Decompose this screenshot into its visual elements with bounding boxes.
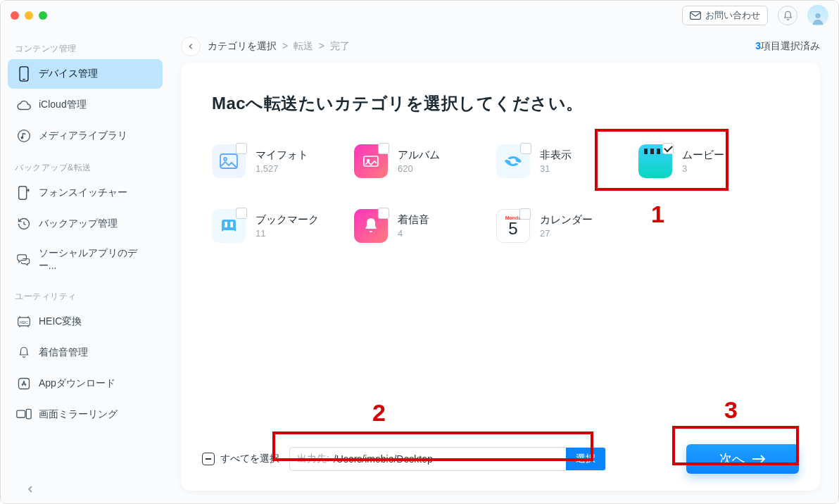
checkbox-icon[interactable] <box>520 143 531 154</box>
category-label: 着信音 <box>398 213 429 227</box>
sidebar-section-utility: ユーティリティ <box>1 281 170 307</box>
category-label: ムービー <box>682 149 724 162</box>
phone-icon <box>16 66 32 82</box>
window-controls <box>11 11 47 20</box>
mail-icon <box>690 11 701 20</box>
destination-label: 出力先: <box>290 453 334 465</box>
choose-destination-button[interactable]: 選択 <box>566 448 605 470</box>
next-label: 次へ <box>719 451 745 467</box>
category-count: 3 <box>682 163 724 174</box>
contact-button[interactable]: お問い合わせ <box>682 6 768 25</box>
sidebar-collapse-button[interactable] <box>26 485 34 493</box>
music-note-icon <box>16 128 32 144</box>
svg-rect-6 <box>19 187 27 199</box>
minimize-window-icon[interactable] <box>25 11 33 20</box>
checkbox-icon[interactable] <box>236 208 247 219</box>
sidebar-item-label: デバイス管理 <box>39 68 98 80</box>
category-label: 非表示 <box>540 149 572 162</box>
calendar-icon: Monda 5 <box>496 209 530 243</box>
sidebar-item-heic[interactable]: HEIC HEIC変換 <box>8 307 163 336</box>
page-title: Macへ転送たいカテゴリを選択してください。 <box>212 92 789 115</box>
eye-off-icon <box>496 144 530 178</box>
svg-point-4 <box>18 130 30 142</box>
movie-icon <box>638 144 672 178</box>
category-count: 4 <box>398 228 429 239</box>
select-all-label: すべてを選択 <box>220 453 279 465</box>
svg-text:HEIC: HEIC <box>20 320 28 325</box>
checkbox-icon[interactable] <box>378 143 389 154</box>
checkbox-checked-icon[interactable] <box>662 143 674 154</box>
category-count: 620 <box>398 163 440 174</box>
breadcrumb-row: カテゴリを選択 > 転送 > 完了 3項目選択済み <box>170 30 838 63</box>
category-count: 31 <box>540 163 572 174</box>
screens-icon <box>16 407 32 422</box>
category-album[interactable]: アルバム620 <box>354 144 495 178</box>
arrow-right-icon <box>752 455 766 463</box>
checkbox-icon[interactable] <box>378 208 389 219</box>
breadcrumb-step2: 転送 <box>294 40 313 51</box>
appstore-icon <box>16 376 32 391</box>
bookmark-icon <box>212 209 246 243</box>
svg-rect-0 <box>690 12 701 20</box>
checkbox-icon[interactable] <box>236 143 247 154</box>
sidebar-item-phoneswitcher[interactable]: フォンスイッチャー <box>8 178 163 208</box>
cloud-icon <box>16 97 32 113</box>
category-movie[interactable]: ムービー3 <box>638 144 779 178</box>
sidebar-item-appdownload[interactable]: Appダウンロード <box>8 369 163 398</box>
category-label: カレンダー <box>540 213 593 227</box>
sidebar-item-ringtone[interactable]: 着信音管理 <box>8 338 163 367</box>
category-count: 11 <box>256 228 319 239</box>
breadcrumb-step1: カテゴリを選択 <box>208 40 277 51</box>
maximize-window-icon[interactable] <box>39 11 47 20</box>
sidebar-item-mirror[interactable]: 画面ミラーリング <box>8 400 163 429</box>
category-label: アルバム <box>398 149 440 162</box>
svg-rect-10 <box>17 410 25 417</box>
bell-icon <box>354 209 388 243</box>
category-bookmark[interactable]: ブックマーク11 <box>212 209 353 243</box>
sidebar-item-label: フォンスイッチャー <box>39 187 127 199</box>
sidebar-item-media[interactable]: メディアライブラリ <box>8 121 163 151</box>
sidebar-item-icloud[interactable]: iCloud管理 <box>8 90 163 120</box>
checkbox-icon[interactable] <box>519 208 531 220</box>
sidebar-item-label: 着信音管理 <box>39 346 88 359</box>
selected-count-suffix: 項目選択済み <box>761 40 820 51</box>
chevron-left-icon <box>187 43 194 50</box>
sidebar-item-label: HEIC変換 <box>39 315 82 328</box>
notifications-button[interactable] <box>778 6 797 25</box>
sidebar-item-social[interactable]: ソーシャルアプリのデー... <box>8 240 163 279</box>
sidebar-item-device[interactable]: デバイス管理 <box>8 59 163 89</box>
album-icon <box>354 144 388 178</box>
category-photo[interactable]: マイフォト1,527 <box>212 144 353 178</box>
sidebar-section-backup: バックアップ&転送 <box>1 152 170 178</box>
sidebar-item-label: iCloud管理 <box>39 99 87 111</box>
sidebar-item-label: ソーシャルアプリのデー... <box>39 247 154 272</box>
category-calendar[interactable]: Monda 5 カレンダー27 <box>496 209 637 243</box>
bottom-bar: すべてを選択 出力先: 選択 次へ <box>202 444 799 474</box>
svg-rect-11 <box>26 409 31 419</box>
category-label: ブックマーク <box>256 213 319 227</box>
phone-switch-icon <box>16 185 32 201</box>
checkbox-indeterminate-icon <box>202 453 215 465</box>
content-panel: Macへ転送たいカテゴリを選択してください。 マイフォト1,527 アルバム62… <box>181 63 820 491</box>
back-button[interactable] <box>181 37 201 56</box>
sidebar-section-content: コンテンツ管理 <box>1 33 170 59</box>
breadcrumb: カテゴリを選択 > 転送 > 完了 <box>208 40 350 53</box>
sidebar-item-label: メディアライブラリ <box>39 130 127 142</box>
next-button[interactable]: 次へ <box>686 444 799 474</box>
svg-point-1 <box>815 13 820 18</box>
category-count: 27 <box>540 228 593 239</box>
category-hidden[interactable]: 非表示31 <box>496 144 637 178</box>
sidebar-item-label: 画面ミラーリング <box>39 408 118 421</box>
calendar-day: 5 <box>508 220 517 237</box>
category-ringtone[interactable]: 着信音4 <box>354 209 495 243</box>
close-window-icon[interactable] <box>11 11 19 20</box>
svg-rect-18 <box>230 222 233 227</box>
bell-icon <box>783 11 793 21</box>
user-avatar[interactable] <box>807 5 828 26</box>
select-all-toggle[interactable]: すべてを選択 <box>202 453 279 465</box>
history-icon <box>16 216 32 232</box>
sidebar-item-backup[interactable]: バックアップ管理 <box>8 209 163 239</box>
selected-count-number: 3 <box>755 40 761 51</box>
destination-input[interactable] <box>334 453 566 465</box>
annotation-number-2: 2 <box>372 399 386 427</box>
